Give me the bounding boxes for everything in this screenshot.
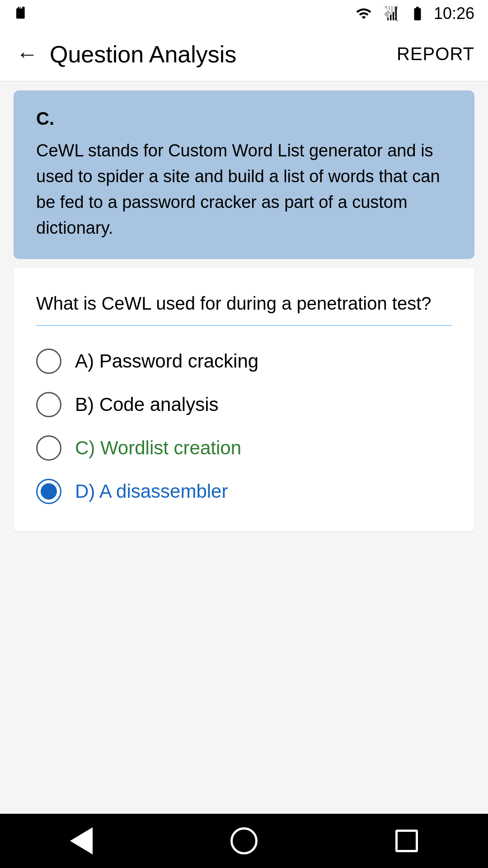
signal-icon [381, 5, 401, 22]
nav-bar [0, 814, 488, 868]
option-b-label: B) Code analysis [75, 394, 218, 415]
wifi-icon [352, 5, 375, 22]
back-button[interactable]: ← [14, 41, 41, 68]
option-a[interactable]: A) Password cracking [36, 349, 452, 374]
answer-text: CeWL stands for Custom Word List generat… [36, 138, 452, 241]
app-bar: ← Question Analysis REPORT [0, 27, 488, 81]
nav-back-button[interactable] [63, 823, 99, 859]
radio-d-fill [41, 483, 57, 500]
option-c[interactable]: C) Wordlist creation [36, 435, 452, 461]
option-d-label: D) A disassembler [75, 481, 228, 502]
nav-home-icon [230, 827, 258, 854]
report-button[interactable]: REPORT [397, 44, 474, 64]
option-c-label: C) Wordlist creation [75, 437, 241, 459]
question-text: What is CeWL used for during a penetrati… [36, 291, 452, 316]
nav-recent-icon [395, 830, 418, 852]
nav-recent-button[interactable] [389, 823, 425, 859]
question-divider [36, 325, 452, 326]
sd-card-icon [13, 5, 27, 20]
answer-box: C. CeWL stands for Custom Word List gene… [14, 90, 474, 259]
battery-icon [408, 5, 427, 22]
page-title: Question Analysis [50, 41, 397, 68]
radio-a [36, 349, 61, 374]
nav-back-icon [70, 827, 93, 854]
status-time: 10:26 [434, 4, 474, 23]
back-arrow-icon: ← [16, 43, 38, 65]
radio-c [36, 435, 61, 461]
options-list: A) Password cracking B) Code analysis C)… [36, 349, 452, 504]
content-area: C. CeWL stands for Custom Word List gene… [0, 81, 488, 814]
option-b[interactable]: B) Code analysis [36, 392, 452, 417]
option-a-label: A) Password cracking [75, 350, 258, 372]
radio-b [36, 392, 61, 417]
radio-d [36, 479, 61, 504]
answer-label: C. [36, 108, 452, 129]
nav-home-button[interactable] [226, 823, 262, 859]
option-d[interactable]: D) A disassembler [36, 479, 452, 504]
question-card: What is CeWL used for during a penetrati… [14, 268, 474, 531]
